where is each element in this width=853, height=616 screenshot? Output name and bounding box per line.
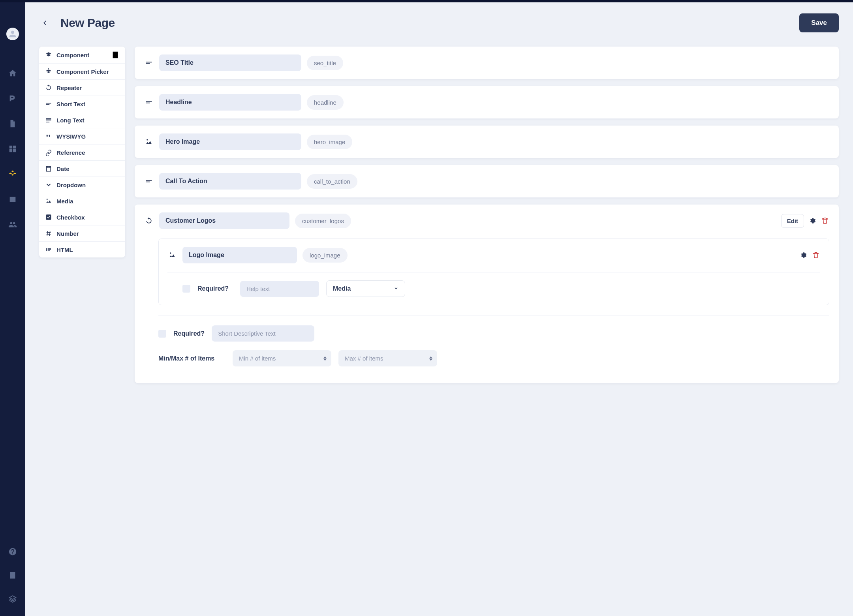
field-type-date[interactable]: Date [39, 161, 125, 177]
field-slug: hero_image [307, 135, 352, 149]
repeater-card: Customer Logos customer_logos Edit Logo … [135, 205, 839, 383]
stepper-icon[interactable] [429, 356, 432, 361]
max-items-input[interactable] [338, 350, 437, 366]
repeat-icon [45, 84, 53, 92]
field-label: SEO Title [159, 54, 301, 71]
descriptive-text-input[interactable] [212, 325, 314, 342]
field-card[interactable]: Hero Image hero_image [135, 126, 839, 158]
field-type-label: Repeater [56, 85, 82, 91]
nav-home-icon[interactable] [8, 68, 18, 78]
stepper-icon[interactable] [323, 356, 327, 361]
trash-icon[interactable] [812, 251, 820, 259]
field-slug: headline [307, 95, 344, 110]
repeat-icon [144, 217, 154, 225]
html-icon [45, 246, 53, 254]
gear-icon[interactable] [808, 216, 817, 225]
field-card[interactable]: SEO Title seo_title [135, 47, 839, 79]
field-type-label: Checkbox [56, 214, 85, 221]
svg-rect-0 [46, 214, 51, 220]
field-type-long-text[interactable]: Long Text [39, 112, 125, 128]
avatar[interactable] [6, 28, 19, 40]
media-icon [144, 138, 154, 146]
field-type-component[interactable]: Component [39, 47, 125, 64]
field-label: Customer Logos [159, 212, 289, 229]
nav-images-icon[interactable] [8, 194, 18, 205]
nav-stack-icon[interactable] [8, 594, 18, 604]
field-type-label: Reference [56, 149, 85, 156]
field-type-label: WYSIWYG [56, 133, 86, 140]
sidebar-rail [0, 0, 25, 616]
calendar-icon [45, 165, 53, 173]
field-type-checkbox[interactable]: Checkbox [39, 209, 125, 225]
checkbox-icon [45, 213, 53, 221]
field-type-component-picker[interactable]: Component Picker [39, 64, 125, 80]
nav-help-icon[interactable] [8, 547, 18, 557]
field-type-label: Media [56, 198, 73, 205]
layers-icon [45, 51, 53, 59]
chevron-down-icon [45, 181, 53, 189]
field-type-repeater[interactable]: Repeater [39, 80, 125, 96]
back-button[interactable] [39, 17, 51, 29]
field-slug: call_to_action [307, 174, 357, 189]
nav-blog-icon[interactable] [8, 93, 18, 103]
gear-icon[interactable] [799, 251, 808, 259]
field-type-html[interactable]: HTML [39, 242, 125, 257]
field-type-label: Component [56, 52, 89, 58]
nav-blocks-icon[interactable] [8, 169, 18, 179]
link-icon [45, 148, 53, 156]
field-type-label: Dropdown [56, 182, 86, 188]
field-type-reference[interactable]: Reference [39, 145, 125, 161]
quote-icon [45, 132, 53, 140]
short-text-icon [144, 98, 154, 106]
field-slug: logo_image [302, 248, 348, 263]
field-label: Logo Image [182, 247, 297, 263]
field-type-dropdown[interactable]: Dropdown [39, 177, 125, 193]
field-type-number[interactable]: Number [39, 225, 125, 242]
help-text-input[interactable] [240, 281, 319, 297]
min-items-input[interactable] [233, 350, 331, 366]
field-type-label: Component Picker [56, 68, 109, 75]
type-select[interactable]: Media [326, 280, 405, 297]
save-button[interactable]: Save [799, 13, 839, 32]
required-label: Required? [173, 330, 205, 337]
nav-users-icon[interactable] [8, 220, 18, 230]
field-type-label: Long Text [56, 117, 85, 124]
field-types-panel: Component Component Picker Repeater Shor… [39, 47, 125, 257]
type-select-value: Media [333, 285, 351, 292]
short-text-icon [144, 59, 154, 67]
field-type-label: HTML [56, 246, 73, 253]
page-title: New Page [60, 16, 115, 30]
layers-plus-icon [45, 68, 53, 75]
field-type-media[interactable]: Media [39, 193, 125, 209]
trash-icon[interactable] [821, 216, 829, 225]
media-icon [167, 251, 177, 259]
field-label: Hero Image [159, 133, 301, 150]
field-type-label: Number [56, 230, 79, 237]
nav-docs-icon[interactable] [8, 570, 18, 580]
short-text-icon [45, 100, 53, 108]
edit-button[interactable]: Edit [781, 214, 804, 228]
field-card[interactable]: Call To Action call_to_action [135, 165, 839, 197]
field-card[interactable]: Headline headline [135, 86, 839, 118]
nav-document-icon[interactable] [8, 118, 18, 129]
field-slug: customer_logos [295, 214, 351, 228]
repeater-required-checkbox[interactable] [158, 330, 166, 338]
nav-grid-icon[interactable] [8, 144, 18, 154]
field-type-short-text[interactable]: Short Text [39, 96, 125, 112]
field-type-label: Date [56, 165, 70, 172]
required-checkbox[interactable] [182, 285, 190, 293]
long-text-icon [45, 116, 53, 124]
field-type-label: Short Text [56, 101, 85, 107]
field-label: Headline [159, 94, 301, 111]
field-type-wysiwyg[interactable]: WYSIWYG [39, 128, 125, 145]
nested-field: Logo Image logo_image Required? [158, 239, 829, 305]
field-label: Call To Action [159, 173, 301, 190]
repeater-settings: Required? Min/Max # of Items [158, 316, 829, 366]
main-content: New Page Save Component Component Picker… [25, 2, 853, 616]
hash-icon [45, 229, 53, 237]
media-icon [45, 197, 53, 205]
book-icon [111, 51, 120, 59]
short-text-icon [144, 177, 154, 185]
field-slug: seo_title [307, 56, 343, 70]
required-label: Required? [197, 285, 233, 292]
